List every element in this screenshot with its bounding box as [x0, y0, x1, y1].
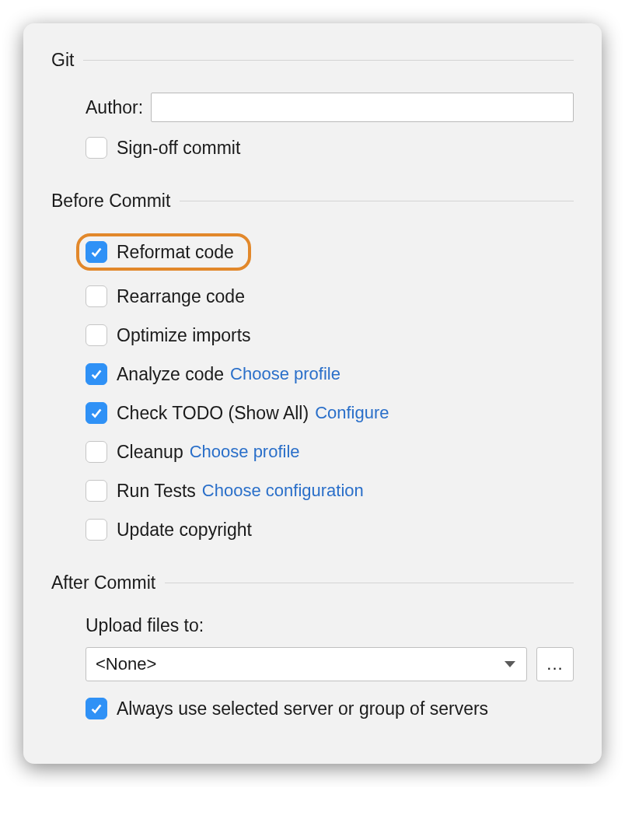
before-commit-item[interactable]: Optimize imports [86, 322, 574, 348]
before-commit-item[interactable]: Rearrange code [86, 283, 574, 310]
before-commit-item[interactable]: CleanupChoose profile [86, 439, 574, 465]
before-commit-header: Before Commit [51, 191, 574, 212]
chevron-down-icon [505, 661, 515, 667]
before-commit-label: Run Tests [117, 481, 196, 502]
upload-files-label: Upload files to: [86, 615, 574, 636]
before-commit-checkbox[interactable] [86, 241, 107, 263]
always-use-row[interactable]: Always use selected server or group of s… [86, 695, 574, 722]
before-commit-checkbox[interactable] [86, 441, 107, 463]
before-commit-label: Update copyright [117, 520, 252, 541]
upload-target-select[interactable]: <None> [86, 647, 527, 681]
author-row: Author: [86, 93, 574, 122]
before-commit-label: Analyze code [117, 364, 224, 385]
before-commit-checkbox[interactable] [86, 519, 107, 541]
section-divider [165, 583, 574, 583]
before-commit-item[interactable]: Reformat code [86, 233, 574, 271]
before-commit-item[interactable]: Check TODO (Show All)Configure [86, 400, 574, 426]
always-use-label: Always use selected server or group of s… [117, 698, 488, 719]
before-commit-checkbox[interactable] [86, 480, 107, 502]
before-commit-link[interactable]: Choose profile [230, 364, 340, 384]
section-divider [83, 60, 574, 61]
commit-options-panel: Git Author: Sign-off commit Before Commi… [23, 23, 602, 764]
before-commit-label: Check TODO (Show All) [117, 403, 309, 424]
before-commit-title: Before Commit [51, 191, 170, 212]
upload-target-value: <None> [96, 654, 156, 674]
before-commit-checkbox[interactable] [86, 285, 107, 307]
browse-button[interactable]: ... [536, 647, 574, 681]
before-commit-checkbox[interactable] [86, 363, 107, 385]
signoff-label: Sign-off commit [117, 138, 240, 159]
before-commit-link[interactable]: Configure [315, 403, 389, 423]
before-commit-checkbox[interactable] [86, 402, 107, 424]
before-commit-item[interactable]: Analyze codeChoose profile [86, 361, 574, 387]
ellipsis-icon: ... [546, 654, 563, 674]
before-commit-list: Reformat codeRearrange codeOptimize impo… [51, 233, 574, 543]
section-divider [180, 201, 574, 201]
git-section-header: Git [51, 50, 574, 71]
before-commit-link[interactable]: Choose configuration [202, 481, 364, 501]
author-input[interactable] [151, 93, 574, 122]
upload-select-row: <None> ... [86, 647, 574, 681]
signoff-row[interactable]: Sign-off commit [86, 135, 574, 161]
before-commit-item[interactable]: Run TestsChoose configuration [86, 478, 574, 504]
git-section-title: Git [51, 50, 74, 71]
before-commit-link[interactable]: Choose profile [190, 442, 300, 462]
always-use-checkbox[interactable] [86, 698, 107, 719]
before-commit-label: Reformat code [117, 242, 234, 263]
before-commit-label: Cleanup [117, 442, 183, 463]
before-commit-label: Rearrange code [117, 286, 245, 307]
before-commit-section: Before Commit Reformat codeRearrange cod… [51, 191, 574, 543]
before-commit-label: Optimize imports [117, 325, 251, 346]
after-commit-header: After Commit [51, 572, 574, 593]
author-label: Author: [86, 97, 143, 118]
git-section: Git Author: Sign-off commit [51, 50, 574, 161]
after-commit-title: After Commit [51, 572, 155, 593]
before-commit-checkbox[interactable] [86, 324, 107, 346]
highlight-ring: Reformat code [76, 233, 251, 271]
before-commit-item[interactable]: Update copyright [86, 516, 574, 543]
after-commit-section: After Commit Upload files to: <None> ...… [51, 572, 574, 722]
signoff-checkbox[interactable] [86, 137, 107, 159]
